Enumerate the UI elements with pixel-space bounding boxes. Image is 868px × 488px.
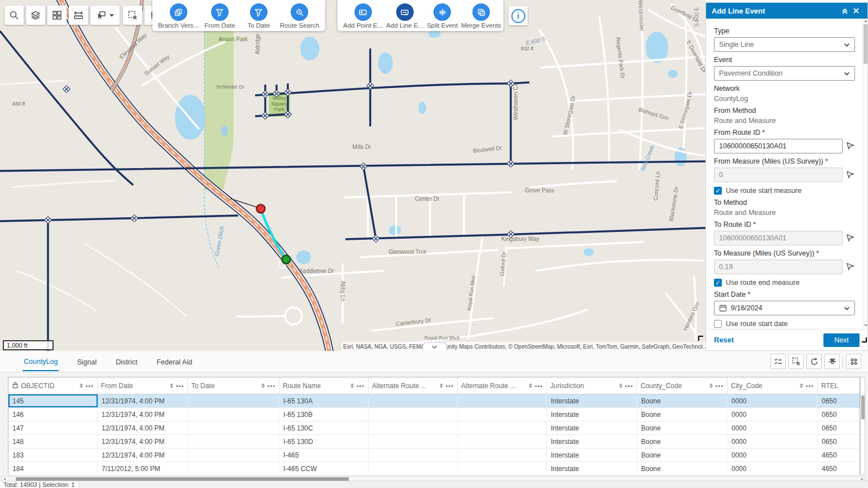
merge-events-button[interactable]: Merge Events [461,2,501,30]
table-cell[interactable] [458,394,547,407]
show-selection-button[interactable] [770,354,786,369]
table-cell[interactable] [188,408,279,421]
next-button[interactable]: Next [823,333,860,347]
pick-to-route-on-map-icon[interactable] [846,234,855,243]
column-menu-icon[interactable]: ••• [445,383,454,389]
table-cell[interactable]: 0650 [818,408,860,421]
info-button[interactable]: i [508,6,528,25]
panel-scrollbar[interactable] [862,19,867,328]
sort-icon[interactable] [709,383,713,388]
column-menu-icon[interactable]: ••• [267,383,275,389]
table-cell[interactable]: 7/11/2012, 5:00 PM [98,462,188,475]
type-select[interactable]: Single Line [714,37,855,52]
column-menu-icon[interactable]: ••• [805,383,814,389]
add-point-event-button[interactable]: Add Point E... [343,2,383,30]
table-cell[interactable] [369,394,458,407]
column-header-rtel[interactable]: RTEL [818,377,860,394]
table-cell[interactable]: 12/31/1974, 4:00 PM [98,394,188,407]
column-menu-icon[interactable]: ••• [85,383,94,389]
panel-resize-handle[interactable] [862,337,867,342]
to-date-button[interactable]: To Date [241,2,277,30]
table-vertical-scrollbar[interactable] [860,377,865,475]
table-cell[interactable]: 0000 [727,408,818,421]
use-route-end-measure-checkbox[interactable]: ✓ Use route end measure [714,279,855,287]
table-cell[interactable]: 0650 [818,421,860,434]
table-cell[interactable]: Boone [637,408,727,421]
to-measure-marker[interactable] [282,256,291,264]
table-cell[interactable]: 12/31/1974, 4:00 PM [98,449,188,461]
pick-from-route-on-map-icon[interactable] [846,142,855,151]
table-cell[interactable] [458,449,547,461]
column-header-jurisdiction[interactable]: Jurisdiction ••• [547,377,637,394]
table-cell[interactable]: Boone [637,449,727,461]
column-menu-icon[interactable]: ••• [356,383,365,389]
table-row[interactable]: 14712/31/1974, 4:00 PMI-65 130CInterstat… [8,421,860,435]
table-cell[interactable]: Boone [637,394,727,407]
table-cell[interactable]: I-65 130A [279,394,369,407]
table-cell[interactable]: 12/31/1974, 4:00 PM [98,421,188,434]
table-cell[interactable] [188,449,279,461]
column-header-route-name[interactable]: Route Name ••• [279,377,369,394]
table-cell[interactable] [458,408,547,421]
from-route-id-input[interactable] [714,139,843,153]
table-cell[interactable]: 4650 [818,462,860,475]
branch-versions-button[interactable]: Branch Vers... [158,2,199,30]
sort-icon[interactable] [440,383,443,388]
map-resize-handle[interactable] [698,336,703,341]
table-row[interactable]: 18312/31/1974, 4:00 PMI-465InterstateBoo… [8,449,860,462]
table-cell[interactable]: 0000 [727,394,818,407]
map-canvas[interactable]: Elevated Way Sunset Way Anson Park Aldri… [0,0,705,351]
table-cell[interactable] [458,421,547,434]
pick-from-measure-on-map-icon[interactable] [846,170,855,179]
column-header-objectid[interactable]: OBJECTID ••• [8,377,98,394]
table-cell[interactable]: Interstate [547,449,637,461]
table-cell[interactable] [458,435,547,448]
table-cell[interactable]: 0650 [818,435,860,448]
table-cell[interactable] [369,449,458,461]
table-cell[interactable] [188,462,279,475]
table-cell[interactable]: 0000 [727,435,818,448]
measure-tool-button[interactable] [69,6,88,25]
table-cell[interactable]: 0650 [818,394,860,407]
pick-to-measure-on-map-icon[interactable] [846,262,855,271]
toggle-columns-button[interactable] [825,354,840,369]
table-cell[interactable] [369,462,458,475]
layers-tool-button[interactable] [26,6,45,25]
table-cell[interactable]: I-465 [279,449,369,461]
route-search-button[interactable]: Route Search [280,2,319,30]
table-cell[interactable] [188,435,279,448]
clear-table-selection-button[interactable] [788,354,804,369]
sort-icon[interactable] [529,383,532,388]
tab-countylog[interactable]: CountyLog [23,352,59,371]
to-measure-input[interactable] [714,260,843,274]
table-cell[interactable]: I-465 CCW [279,462,369,475]
column-header-alternate-route-2[interactable]: Alternate Route ... ••• [458,377,547,394]
tab-signal[interactable]: Signal [76,353,98,371]
column-menu-icon[interactable]: ••• [176,383,184,389]
table-cell[interactable]: 145 [8,394,98,407]
sort-icon[interactable] [619,383,622,388]
table-cell[interactable]: 0000 [727,449,818,461]
table-cell[interactable]: 0000 [727,421,818,434]
close-panel-button[interactable] [851,5,862,16]
table-cell[interactable]: I-65 130C [279,421,369,434]
search-tool-button[interactable] [5,6,24,25]
table-cell[interactable]: Boone [637,462,727,475]
start-date-input[interactable]: 9/16/2024 [714,301,855,315]
tab-federal-aid[interactable]: Federal Aid [155,353,193,371]
select-tool-caret[interactable] [109,14,114,17]
overview-grid-tool-button[interactable] [47,6,67,25]
column-header-alternate-route-1[interactable]: Alternate Route ... ••• [369,377,458,394]
table-cell[interactable]: 4650 [818,449,860,461]
table-cell[interactable]: 147 [8,421,98,434]
from-measure-input[interactable] [714,168,843,182]
column-header-county-code[interactable]: County_Code ••• [637,377,727,394]
attribution-collapse-button[interactable] [422,342,447,351]
select-tool-button[interactable] [90,6,120,25]
table-cell[interactable]: Boone [637,435,727,448]
column-menu-icon[interactable]: ••• [715,383,724,389]
refresh-button[interactable] [806,354,822,369]
use-route-start-date-checkbox[interactable]: Use route start date [714,320,855,328]
table-cell[interactable]: 183 [8,449,98,461]
tab-district[interactable]: District [115,353,138,371]
